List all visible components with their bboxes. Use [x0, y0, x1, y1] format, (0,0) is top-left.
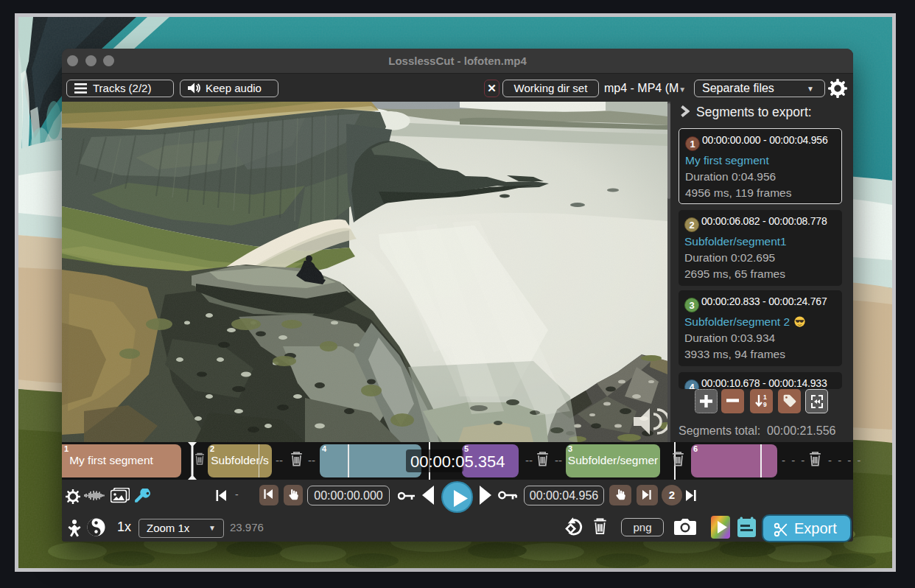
svg-text:1: 1 [763, 393, 767, 401]
svg-text:9: 9 [763, 401, 767, 408]
